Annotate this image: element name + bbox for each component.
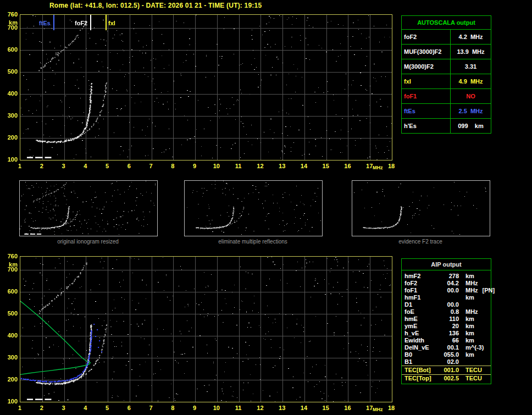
aip-row: hmE110km xyxy=(402,316,491,323)
aip-row: TEC[Bot]001.0TECU xyxy=(402,366,491,375)
aip-row-unit: km xyxy=(465,273,474,280)
autoscala-row: MUF(3000)F213.9 MHz xyxy=(402,45,491,59)
aip-row-label: Ewidth xyxy=(402,337,439,344)
x-tick-label: 2 xyxy=(36,163,48,169)
x-tick-label: 6 xyxy=(123,405,135,411)
x-tick-label: 4 xyxy=(79,163,91,169)
x-tick-label: 8 xyxy=(167,405,179,411)
y-tick-label: 300 xyxy=(2,354,18,361)
aip-row: D100.0 xyxy=(402,301,491,308)
autoscala-row-label: foF2 xyxy=(402,30,451,44)
autoscala-row: M(3000)F23.31 xyxy=(402,59,491,74)
aip-row-unit: km xyxy=(465,330,474,337)
aip-row-label: ymE xyxy=(402,323,439,330)
ionogram-plot-bottom xyxy=(20,256,392,402)
x-tick-label: 9 xyxy=(189,163,201,169)
aip-row-unit: km xyxy=(465,316,474,323)
x-tick-label: 8 xyxy=(167,163,179,169)
aip-row-value: 001.0 xyxy=(439,366,459,374)
aip-row-value: 04.2 xyxy=(439,280,459,287)
x-tick-label: 16 xyxy=(341,163,353,169)
x-tick-label: 14 xyxy=(298,405,310,411)
aip-row-label: h_vE xyxy=(402,330,439,337)
x-tick-label: 5 xyxy=(101,405,113,411)
aip-row-label: TEC[Bot] xyxy=(402,366,439,374)
aip-row-value xyxy=(439,294,459,301)
autoscala-row-value: 4.9 MHz xyxy=(451,74,491,88)
x-tick-label: 13 xyxy=(276,405,288,411)
aip-row: foF204.2MHz xyxy=(402,280,491,287)
aip-row-flag: [PN] xyxy=(483,287,495,294)
ionogram-canvas-bottom xyxy=(20,257,392,402)
autoscala-row-value: 13.9 MHz xyxy=(451,45,491,59)
aip-row-value: 136 xyxy=(439,330,459,337)
thumbnail-evidence-f2 xyxy=(352,180,490,236)
autoscala-row-value: 3.31 xyxy=(451,59,491,74)
thumbnail-caption-evidence: evidence F2 trace xyxy=(351,239,490,245)
aip-row-unit: TECU xyxy=(465,375,482,382)
autoscala-row: foF1NO xyxy=(402,89,491,104)
aip-row-unit: km xyxy=(465,323,474,330)
x-tick-label: 12 xyxy=(254,405,266,411)
aip-row-label: foF1 xyxy=(402,287,439,294)
thumbnail-eliminate-canvas xyxy=(185,181,321,235)
aip-row-value: 110 xyxy=(439,316,459,323)
autoscala-table: AUTOSCALA output foF24.2 MHzMUF(3000)F21… xyxy=(401,15,491,134)
autoscala-row-value: NO xyxy=(451,89,491,103)
x-tick-label: 5 xyxy=(101,163,113,169)
x-tick-label: 6 xyxy=(123,163,135,169)
aip-row: hmF1km xyxy=(402,294,491,301)
page-title: Rome (lat: +41.8, lon: 012.5) - DATE: 20… xyxy=(49,2,262,9)
marker-label-ftes: ftEs xyxy=(39,20,51,26)
aip-table: AIP output hmF2278kmfoF204.2MHzfoF100.0M… xyxy=(401,258,491,384)
aip-row: h_vE136km xyxy=(402,330,491,337)
aip-row-value: 66 xyxy=(439,337,459,344)
aip-row: B102.0 xyxy=(402,358,491,366)
x-tick-label: 3 xyxy=(58,405,70,411)
aip-row-unit: km xyxy=(465,337,474,344)
ionogram-canvas-top xyxy=(20,15,392,160)
x-tick-label: 11 xyxy=(232,163,245,169)
aip-row-label: D1 xyxy=(402,301,439,308)
aip-row: Ewidth66km xyxy=(402,337,491,344)
aip-row-unit: km xyxy=(465,294,474,301)
y-axis-unit: km xyxy=(2,19,18,26)
autoscala-row-label: MUF(3000)F2 xyxy=(402,45,451,59)
autoscala-row: ftEs2.5 MHz xyxy=(402,104,491,119)
thumbnail-eliminate-reflections xyxy=(184,180,323,236)
aip-row-label: hmE xyxy=(402,316,439,323)
y-tick-label: 500 xyxy=(2,310,18,317)
y-tick-label: 100 xyxy=(2,156,18,163)
aip-row-label: foF2 xyxy=(402,280,439,287)
thumbnail-evidence-canvas xyxy=(352,181,489,235)
aip-row: ymE20km xyxy=(402,323,491,330)
aip-row: B0055.0km xyxy=(402,351,491,358)
aip-row: hmF2278km xyxy=(402,273,491,280)
autoscala-row: foF24.2 MHz xyxy=(402,30,491,45)
aip-row: foE0.8MHz xyxy=(402,308,491,316)
autoscala-table-rows: foF24.2 MHzMUF(3000)F213.9 MHzM(3000)F23… xyxy=(402,30,491,133)
y-tick-label: 200 xyxy=(2,376,18,383)
marker-label-fxi: fxI xyxy=(108,20,115,26)
x-axis-unit: MHz xyxy=(373,407,383,412)
aip-row-value: 20 xyxy=(439,323,459,330)
aip-row-unit: MHz xyxy=(465,280,478,287)
aip-row: foF100.0MHz[PN] xyxy=(402,287,491,294)
aip-table-title: AIP output xyxy=(402,259,491,270)
autoscala-row-value: 2.5 MHz xyxy=(451,104,491,118)
autoscala-row: h'Es099 km xyxy=(402,119,491,133)
aip-row-value: 055.0 xyxy=(439,351,459,358)
autoscala-row-label: ftEs xyxy=(402,104,451,118)
aip-row-label: B1 xyxy=(402,358,439,366)
marker-label-fof2: foF2 xyxy=(75,20,87,26)
x-tick-label: 15 xyxy=(320,405,332,411)
thumbnail-caption-eliminate: eliminate multiple reflections xyxy=(184,239,322,245)
aip-row: TEC[Top]002.5TECU xyxy=(402,375,491,382)
y-tick-label: 300 xyxy=(2,112,18,119)
x-tick-label: 9 xyxy=(189,405,201,411)
y-tick-label: 600 xyxy=(2,46,18,53)
aip-row-value: 0.8 xyxy=(439,308,459,316)
aip-row-label: DelN_vE xyxy=(402,344,439,351)
x-tick-label: 16 xyxy=(341,405,353,411)
autoscala-row-value: 099 km xyxy=(451,119,491,133)
